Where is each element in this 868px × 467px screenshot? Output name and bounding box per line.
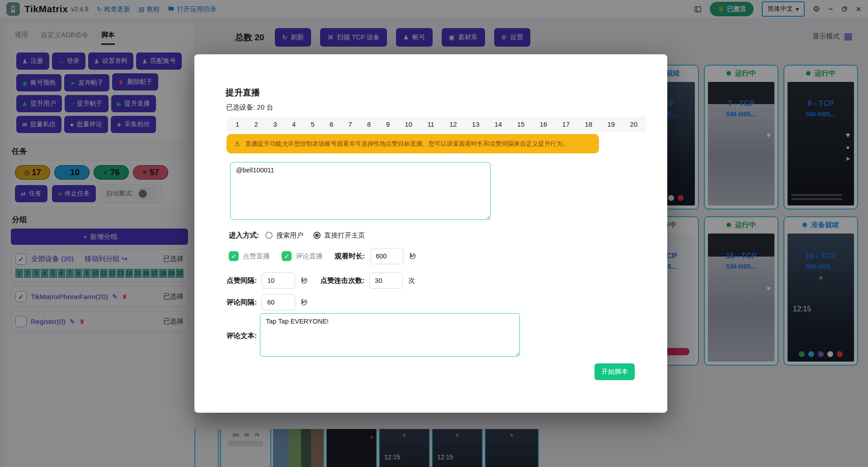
watch-duration-unit: 秒	[409, 252, 416, 261]
watch-duration-input[interactable]	[370, 248, 404, 264]
like-live-label: 点赞直播	[243, 252, 270, 261]
comment-text-label: 评论文本:	[226, 331, 257, 341]
modal-device-number-17[interactable]: 17	[562, 120, 570, 128]
radio-open-homepage[interactable]	[313, 232, 321, 239]
comment-interval-input[interactable]	[262, 294, 295, 310]
like-combo-input[interactable]	[369, 272, 403, 289]
radio-open-homepage-label[interactable]: 直接打开主页	[324, 231, 365, 240]
modal-device-number-19[interactable]: 19	[607, 120, 615, 128]
modal-title: 提升直播	[226, 87, 260, 99]
modal-device-number-8[interactable]: 8	[367, 120, 371, 128]
modal-device-number-3[interactable]: 3	[273, 120, 277, 128]
like-combo-label: 点赞连击次数:	[320, 276, 364, 286]
modal-device-number-2[interactable]: 2	[255, 120, 258, 128]
comment-interval-unit: 秒	[301, 298, 307, 307]
modal-device-number-14[interactable]: 14	[495, 120, 502, 128]
entry-mode-label: 进入方式:	[229, 231, 259, 240]
like-live-checkbox[interactable]: ✓	[229, 251, 239, 261]
like-interval-input[interactable]	[262, 272, 295, 289]
modal-device-number-4[interactable]: 4	[292, 120, 296, 128]
modal-device-number-5[interactable]: 5	[311, 120, 314, 128]
watch-duration-label: 观看时长:	[335, 252, 365, 261]
warning-banner: ⚠ 直播提升功能允许您控制农场账号观看并可选择性地点赞目标直播。您可以设置观看时…	[226, 134, 599, 153]
modal-device-number-16[interactable]: 16	[540, 120, 547, 128]
like-interval-label: 点赞间隔:	[226, 276, 257, 286]
device-number-strip: 1234567891011121314151617181920	[226, 117, 646, 132]
modal-device-number-6[interactable]: 6	[330, 120, 333, 128]
modal-device-number-13[interactable]: 13	[472, 120, 480, 128]
warning-icon: ⚠	[234, 140, 240, 148]
like-interval-unit: 秒	[301, 276, 307, 285]
comment-live-checkbox[interactable]: ✓	[282, 251, 292, 261]
modal-device-number-7[interactable]: 7	[348, 120, 352, 128]
modal-device-number-18[interactable]: 18	[585, 120, 592, 128]
comment-text-input[interactable]: Tap Tap EVERYONE!	[260, 313, 520, 357]
modal-device-number-1[interactable]: 1	[236, 120, 239, 128]
comment-interval-label: 评论间隔:	[226, 298, 257, 307]
selected-devices-label: 已选设备: 20 台	[226, 103, 273, 112]
modal-device-number-15[interactable]: 15	[517, 120, 525, 128]
like-combo-unit: 次	[408, 276, 415, 285]
comment-live-label: 评论直播	[296, 252, 323, 261]
radio-search-user[interactable]	[265, 232, 273, 239]
start-script-button[interactable]: 开始脚本	[594, 363, 635, 380]
modal-device-number-11[interactable]: 11	[427, 120, 434, 128]
boost-live-modal: 提升直播 已选设备: 20 台 123456789101112131415161…	[194, 54, 667, 413]
modal-device-number-12[interactable]: 12	[449, 120, 457, 128]
modal-device-number-20[interactable]: 20	[630, 120, 637, 128]
radio-search-user-label[interactable]: 搜索用户	[276, 231, 303, 240]
warning-text: 直播提升功能允许您控制农场账号观看并可选择性地点赞目标直播。您可以设置观看时长和…	[245, 140, 569, 148]
modal-device-number-10[interactable]: 10	[405, 120, 412, 128]
modal-device-number-9[interactable]: 9	[386, 120, 390, 128]
target-user-input[interactable]: @bell100011	[230, 162, 491, 220]
